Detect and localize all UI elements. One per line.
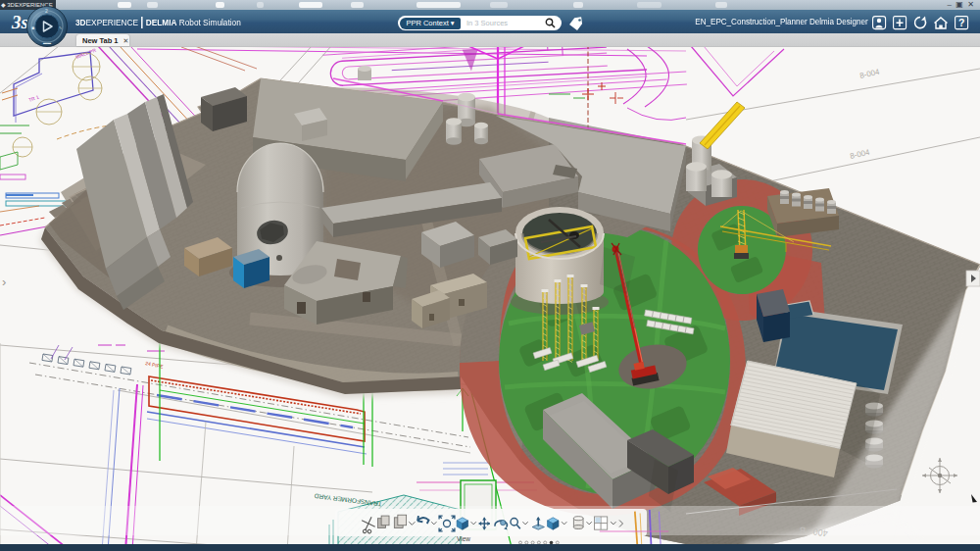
svg-text:▬▬: ▬▬ xyxy=(43,40,51,45)
svg-text:2: 2 xyxy=(45,8,48,14)
svg-text:?: ? xyxy=(958,17,964,28)
svg-text:■: ■ xyxy=(31,25,34,30)
svg-text:✎: ✎ xyxy=(59,25,62,30)
svg-text:›: › xyxy=(2,275,6,289)
svg-text:View: View xyxy=(457,535,470,542)
